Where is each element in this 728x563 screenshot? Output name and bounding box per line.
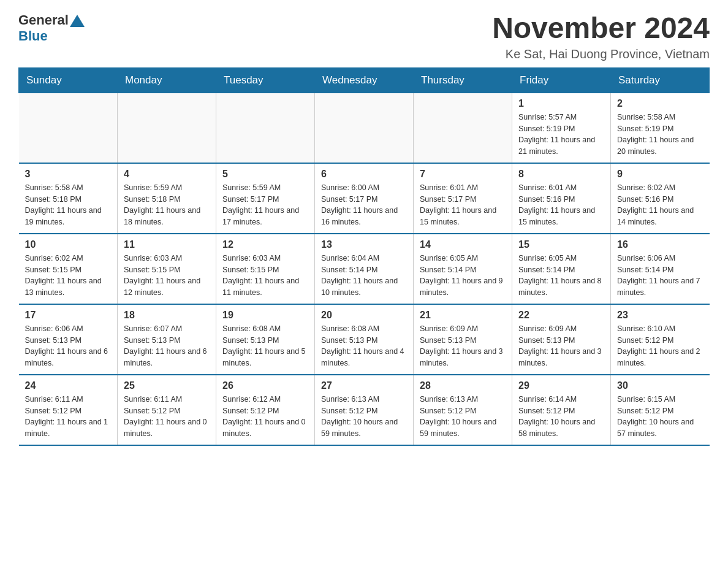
day-number: 3 xyxy=(25,169,112,180)
day-number: 1 xyxy=(518,98,604,109)
day-number: 19 xyxy=(222,310,308,321)
calendar-title: November 2024 xyxy=(492,12,710,45)
day-info: Sunrise: 6:10 AMSunset: 5:12 PMDaylight:… xyxy=(617,323,703,369)
day-info: Sunrise: 5:57 AMSunset: 5:19 PMDaylight:… xyxy=(518,112,604,158)
logo-general-text: General xyxy=(18,12,69,28)
day-number: 28 xyxy=(420,380,506,391)
day-info: Sunrise: 5:58 AMSunset: 5:18 PMDaylight:… xyxy=(25,182,112,228)
calendar-cell: 23Sunrise: 6:10 AMSunset: 5:12 PMDayligh… xyxy=(611,304,710,375)
calendar-cell: 10Sunrise: 6:02 AMSunset: 5:15 PMDayligh… xyxy=(19,234,118,304)
day-info: Sunrise: 6:08 AMSunset: 5:13 PMDaylight:… xyxy=(321,323,407,369)
day-info: Sunrise: 6:04 AMSunset: 5:14 PMDaylight:… xyxy=(321,253,407,299)
day-info: Sunrise: 6:12 AMSunset: 5:12 PMDaylight:… xyxy=(222,394,308,440)
calendar-cell xyxy=(414,93,512,163)
calendar-cell xyxy=(118,93,216,163)
calendar-cell: 18Sunrise: 6:07 AMSunset: 5:13 PMDayligh… xyxy=(118,304,216,375)
day-number: 9 xyxy=(617,169,703,180)
day-info: Sunrise: 6:02 AMSunset: 5:15 PMDaylight:… xyxy=(25,253,112,299)
calendar-cell: 7Sunrise: 6:01 AMSunset: 5:17 PMDaylight… xyxy=(414,163,512,234)
logo: General Blue xyxy=(18,12,85,44)
day-info: Sunrise: 6:00 AMSunset: 5:17 PMDaylight:… xyxy=(321,182,407,228)
calendar-week-1: 1Sunrise: 5:57 AMSunset: 5:19 PMDaylight… xyxy=(19,93,710,163)
day-info: Sunrise: 6:09 AMSunset: 5:13 PMDaylight:… xyxy=(518,323,604,369)
logo-triangle-icon xyxy=(70,15,85,27)
calendar-cell: 15Sunrise: 6:05 AMSunset: 5:14 PMDayligh… xyxy=(512,234,611,304)
logo-wordmark: General Blue xyxy=(18,12,85,44)
day-info: Sunrise: 6:02 AMSunset: 5:16 PMDaylight:… xyxy=(617,182,703,228)
day-number: 14 xyxy=(420,239,506,250)
day-info: Sunrise: 6:11 AMSunset: 5:12 PMDaylight:… xyxy=(124,394,210,440)
calendar-cell: 3Sunrise: 5:58 AMSunset: 5:18 PMDaylight… xyxy=(19,163,118,234)
calendar-cell: 9Sunrise: 6:02 AMSunset: 5:16 PMDaylight… xyxy=(611,163,710,234)
day-number: 10 xyxy=(25,239,112,250)
logo-blue-text: Blue xyxy=(18,28,48,44)
day-number: 11 xyxy=(124,239,210,250)
calendar-week-4: 17Sunrise: 6:06 AMSunset: 5:13 PMDayligh… xyxy=(19,304,710,375)
calendar-cell: 5Sunrise: 5:59 AMSunset: 5:17 PMDaylight… xyxy=(216,163,315,234)
calendar-table: SundayMondayTuesdayWednesdayThursdayFrid… xyxy=(18,67,710,446)
day-info: Sunrise: 6:01 AMSunset: 5:16 PMDaylight:… xyxy=(518,182,604,228)
calendar-week-3: 10Sunrise: 6:02 AMSunset: 5:15 PMDayligh… xyxy=(19,234,710,304)
day-header-thursday: Thursday xyxy=(414,67,512,93)
day-number: 22 xyxy=(518,310,604,321)
calendar-cell: 19Sunrise: 6:08 AMSunset: 5:13 PMDayligh… xyxy=(216,304,315,375)
calendar-body: 1Sunrise: 5:57 AMSunset: 5:19 PMDaylight… xyxy=(19,93,710,445)
title-block: November 2024 Ke Sat, Hai Duong Province… xyxy=(492,12,710,61)
calendar-cell: 29Sunrise: 6:14 AMSunset: 5:12 PMDayligh… xyxy=(512,375,611,445)
days-of-week-row: SundayMondayTuesdayWednesdayThursdayFrid… xyxy=(19,67,710,93)
day-info: Sunrise: 6:11 AMSunset: 5:12 PMDaylight:… xyxy=(25,394,112,440)
day-header-monday: Monday xyxy=(118,67,216,93)
calendar-cell: 21Sunrise: 6:09 AMSunset: 5:13 PMDayligh… xyxy=(414,304,512,375)
day-info: Sunrise: 6:06 AMSunset: 5:14 PMDaylight:… xyxy=(617,253,703,299)
day-number: 26 xyxy=(222,380,308,391)
day-header-tuesday: Tuesday xyxy=(216,67,315,93)
calendar-cell: 28Sunrise: 6:13 AMSunset: 5:12 PMDayligh… xyxy=(414,375,512,445)
calendar-header: SundayMondayTuesdayWednesdayThursdayFrid… xyxy=(19,67,710,93)
calendar-cell: 4Sunrise: 5:59 AMSunset: 5:18 PMDaylight… xyxy=(118,163,216,234)
day-info: Sunrise: 6:05 AMSunset: 5:14 PMDaylight:… xyxy=(518,253,604,299)
day-info: Sunrise: 6:07 AMSunset: 5:13 PMDaylight:… xyxy=(124,323,210,369)
day-number: 27 xyxy=(321,380,407,391)
day-number: 5 xyxy=(222,169,308,180)
calendar-cell: 22Sunrise: 6:09 AMSunset: 5:13 PMDayligh… xyxy=(512,304,611,375)
page-header: General Blue November 2024 Ke Sat, Hai D… xyxy=(18,12,710,61)
day-number: 13 xyxy=(321,239,407,250)
day-info: Sunrise: 6:08 AMSunset: 5:13 PMDaylight:… xyxy=(222,323,308,369)
calendar-cell: 16Sunrise: 6:06 AMSunset: 5:14 PMDayligh… xyxy=(611,234,710,304)
day-info: Sunrise: 6:15 AMSunset: 5:12 PMDaylight:… xyxy=(617,394,703,440)
day-header-friday: Friday xyxy=(512,67,611,93)
calendar-cell: 17Sunrise: 6:06 AMSunset: 5:13 PMDayligh… xyxy=(19,304,118,375)
day-number: 15 xyxy=(518,239,604,250)
day-number: 7 xyxy=(420,169,506,180)
day-info: Sunrise: 6:06 AMSunset: 5:13 PMDaylight:… xyxy=(25,323,112,369)
day-info: Sunrise: 5:59 AMSunset: 5:17 PMDaylight:… xyxy=(222,182,308,228)
calendar-cell: 27Sunrise: 6:13 AMSunset: 5:12 PMDayligh… xyxy=(315,375,414,445)
day-number: 25 xyxy=(124,380,210,391)
calendar-cell xyxy=(216,93,315,163)
day-info: Sunrise: 6:14 AMSunset: 5:12 PMDaylight:… xyxy=(518,394,604,440)
day-number: 30 xyxy=(617,380,703,391)
day-number: 2 xyxy=(617,98,703,109)
day-number: 24 xyxy=(25,380,112,391)
calendar-cell: 14Sunrise: 6:05 AMSunset: 5:14 PMDayligh… xyxy=(414,234,512,304)
day-number: 12 xyxy=(222,239,308,250)
calendar-cell: 12Sunrise: 6:03 AMSunset: 5:15 PMDayligh… xyxy=(216,234,315,304)
day-info: Sunrise: 6:13 AMSunset: 5:12 PMDaylight:… xyxy=(420,394,506,440)
day-info: Sunrise: 6:09 AMSunset: 5:13 PMDaylight:… xyxy=(420,323,506,369)
calendar-cell: 11Sunrise: 6:03 AMSunset: 5:15 PMDayligh… xyxy=(118,234,216,304)
calendar-cell: 6Sunrise: 6:00 AMSunset: 5:17 PMDaylight… xyxy=(315,163,414,234)
day-info: Sunrise: 6:13 AMSunset: 5:12 PMDaylight:… xyxy=(321,394,407,440)
calendar-cell: 26Sunrise: 6:12 AMSunset: 5:12 PMDayligh… xyxy=(216,375,315,445)
calendar-cell: 30Sunrise: 6:15 AMSunset: 5:12 PMDayligh… xyxy=(611,375,710,445)
day-number: 18 xyxy=(124,310,210,321)
day-number: 16 xyxy=(617,239,703,250)
day-info: Sunrise: 5:59 AMSunset: 5:18 PMDaylight:… xyxy=(124,182,210,228)
calendar-cell: 2Sunrise: 5:58 AMSunset: 5:19 PMDaylight… xyxy=(611,93,710,163)
day-header-saturday: Saturday xyxy=(611,67,710,93)
day-header-wednesday: Wednesday xyxy=(315,67,414,93)
day-number: 23 xyxy=(617,310,703,321)
day-info: Sunrise: 5:58 AMSunset: 5:19 PMDaylight:… xyxy=(617,112,703,158)
day-info: Sunrise: 6:03 AMSunset: 5:15 PMDaylight:… xyxy=(222,253,308,299)
calendar-cell xyxy=(315,93,414,163)
calendar-cell: 20Sunrise: 6:08 AMSunset: 5:13 PMDayligh… xyxy=(315,304,414,375)
